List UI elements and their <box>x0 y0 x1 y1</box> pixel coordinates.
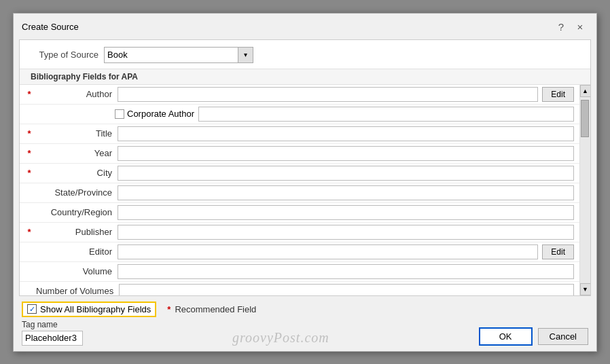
year-input[interactable] <box>118 146 574 161</box>
field-row-title: * Title <box>20 124 579 144</box>
tag-name-input[interactable] <box>22 331 83 346</box>
fields-area: * Author Edit Corporate Author * Ti <box>20 85 590 295</box>
show-all-checkbox-wrap[interactable]: ✓ Show All Bibliography Fields <box>22 302 156 317</box>
scroll-handle[interactable] <box>581 100 589 137</box>
type-source-label: Type of Source <box>31 50 98 60</box>
title-bar-buttons: ? × <box>553 19 588 35</box>
field-label-publisher: Publisher <box>36 227 118 237</box>
state-input[interactable] <box>118 185 574 200</box>
watermark-text: groovyPost.com <box>232 330 329 346</box>
bib-section-header: Bibliography Fields for APA <box>20 69 590 85</box>
select-arrow-icon[interactable]: ▾ <box>238 48 253 62</box>
field-row-editor: Editor Edit <box>20 242 579 262</box>
recommended-star: * <box>167 304 171 314</box>
field-row-year: * Year <box>20 144 579 164</box>
type-source-value: Book <box>107 50 235 60</box>
country-input[interactable] <box>118 205 574 220</box>
close-button[interactable]: × <box>572 19 588 35</box>
field-label-author: Author <box>36 89 118 99</box>
field-label-year: Year <box>36 148 118 158</box>
num-volumes-input[interactable] <box>119 284 574 295</box>
recommended-label: Recommended Field <box>175 304 256 314</box>
required-star-title: * <box>25 128 33 139</box>
tag-name-label: Tag name <box>22 320 83 329</box>
scrollbar: ▲ ▼ <box>579 85 590 295</box>
cancel-button[interactable]: Cancel <box>538 328 588 345</box>
field-row-num-volumes: Number of Volumes <box>20 282 579 295</box>
scroll-down-button[interactable]: ▼ <box>580 283 591 295</box>
field-row-city: * City <box>20 164 579 183</box>
required-star-publisher: * <box>25 227 33 237</box>
scroll-track[interactable] <box>580 97 590 295</box>
recommended-wrap: * Recommended Field <box>167 304 256 314</box>
fields-content: * Author Edit Corporate Author * Ti <box>20 85 579 295</box>
footer-buttons: OK Cancel <box>479 327 588 346</box>
editor-edit-button[interactable]: Edit <box>542 244 574 259</box>
field-row-author: * Author Edit <box>20 85 579 105</box>
title-input[interactable] <box>118 126 574 141</box>
corporate-author-label: Corporate Author <box>127 109 194 119</box>
field-label-num-volumes: Number of Volumes <box>36 286 119 295</box>
scroll-up-button[interactable]: ▲ <box>580 85 591 97</box>
author-input[interactable] <box>118 87 538 102</box>
corporate-author-input[interactable] <box>198 107 574 122</box>
corporate-author-checkbox[interactable] <box>115 109 124 119</box>
field-label-editor: Editor <box>36 247 118 257</box>
create-source-dialog: Create Source ? × Type of Source Book ▾ … <box>13 13 597 352</box>
publisher-input[interactable] <box>118 225 574 240</box>
dialog-footer: ✓ Show All Bibliography Fields * Recomme… <box>14 296 596 351</box>
field-label-country: Country/Region <box>36 207 118 217</box>
corporate-author-checkbox-wrap: Corporate Author <box>115 109 194 119</box>
type-source-row: Type of Source Book ▾ <box>20 40 590 69</box>
editor-input[interactable] <box>118 244 538 259</box>
field-label-volume: Volume <box>36 266 118 276</box>
field-row-corporate-author: Corporate Author <box>20 105 579 124</box>
title-bar: Create Source ? × <box>14 14 596 39</box>
tag-section: Tag name <box>22 320 83 346</box>
field-label-city: City <box>36 168 118 178</box>
dialog-body: Type of Source Book ▾ Bibliography Field… <box>19 39 591 296</box>
dialog-title: Create Source <box>22 22 79 32</box>
footer-top: ✓ Show All Bibliography Fields * Recomme… <box>22 302 588 317</box>
city-input[interactable] <box>118 166 574 181</box>
field-row-country: Country/Region <box>20 203 579 223</box>
required-star-year: * <box>25 148 33 158</box>
field-row-publisher: * Publisher <box>20 223 579 242</box>
show-all-label: Show All Bibliography Fields <box>40 304 151 314</box>
watermark-area: groovyPost.com <box>83 330 479 346</box>
ok-button[interactable]: OK <box>479 327 533 346</box>
field-label-state: State/Province <box>36 187 118 198</box>
field-label-title: Title <box>36 128 118 139</box>
required-star-author: * <box>25 89 33 99</box>
required-star-city: * <box>25 168 33 178</box>
help-button[interactable]: ? <box>553 19 569 35</box>
author-edit-button[interactable]: Edit <box>542 87 574 102</box>
show-all-checkbox-icon: ✓ <box>27 304 37 314</box>
field-row-volume: Volume <box>20 262 579 282</box>
type-source-select[interactable]: Book ▾ <box>104 47 253 63</box>
footer-bottom: Tag name groovyPost.com OK Cancel <box>22 320 588 346</box>
field-row-state: State/Province <box>20 183 579 203</box>
volume-input[interactable] <box>118 264 574 279</box>
